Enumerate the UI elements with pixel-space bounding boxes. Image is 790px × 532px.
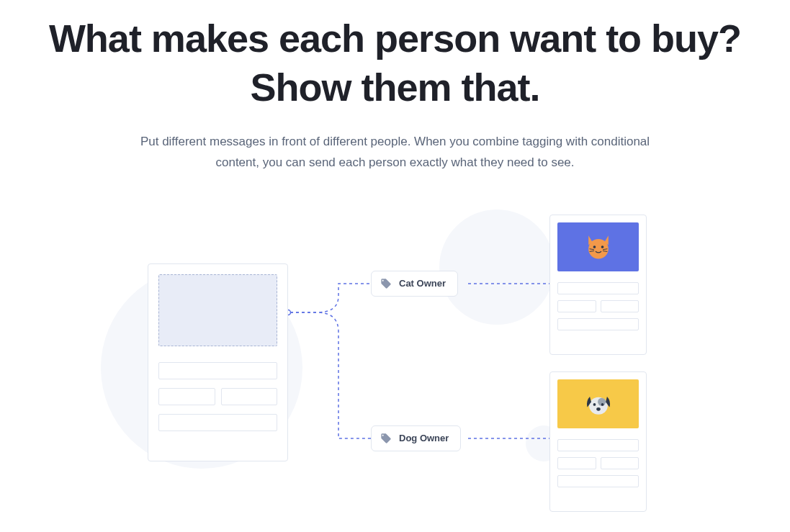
svg-point-14 xyxy=(596,407,601,411)
placeholder-line xyxy=(557,475,639,487)
placeholder-line xyxy=(601,457,639,469)
placeholder-line xyxy=(158,362,277,379)
dog-image xyxy=(557,379,639,428)
tag-icon xyxy=(380,433,392,444)
tag-label: Cat Owner xyxy=(399,278,446,289)
placeholder-line xyxy=(221,388,278,405)
placeholder-line xyxy=(557,439,639,451)
placeholder-line xyxy=(158,414,277,431)
cat-image xyxy=(557,222,639,271)
svg-point-13 xyxy=(601,403,603,406)
placeholder-line xyxy=(158,388,215,405)
placeholder-line xyxy=(601,300,639,312)
svg-point-5 xyxy=(601,245,603,248)
diagram-container: Cat Owner Dog Owner xyxy=(0,217,790,532)
placeholder-line xyxy=(557,300,596,312)
placeholder-line xyxy=(557,282,639,294)
tag-chip-dog-owner: Dog Owner xyxy=(371,425,461,451)
source-email-card xyxy=(148,263,288,461)
svg-point-4 xyxy=(593,245,596,248)
conditional-content-placeholder xyxy=(158,274,277,346)
placeholder-line xyxy=(557,457,596,469)
svg-point-12 xyxy=(593,403,596,406)
tag-chip-cat-owner: Cat Owner xyxy=(371,271,458,297)
placeholder-line xyxy=(557,318,639,330)
cat-icon xyxy=(582,230,615,263)
dog-icon xyxy=(582,387,615,420)
background-circle xyxy=(439,209,555,325)
result-card-dog xyxy=(549,371,647,512)
hero-subtitle: Put different messages in front of diffe… xyxy=(122,132,669,173)
result-card-cat xyxy=(549,215,647,355)
hero-title: What makes each person want to buy? Show… xyxy=(22,14,768,112)
tag-label: Dog Owner xyxy=(399,433,449,443)
tag-icon xyxy=(380,278,392,289)
